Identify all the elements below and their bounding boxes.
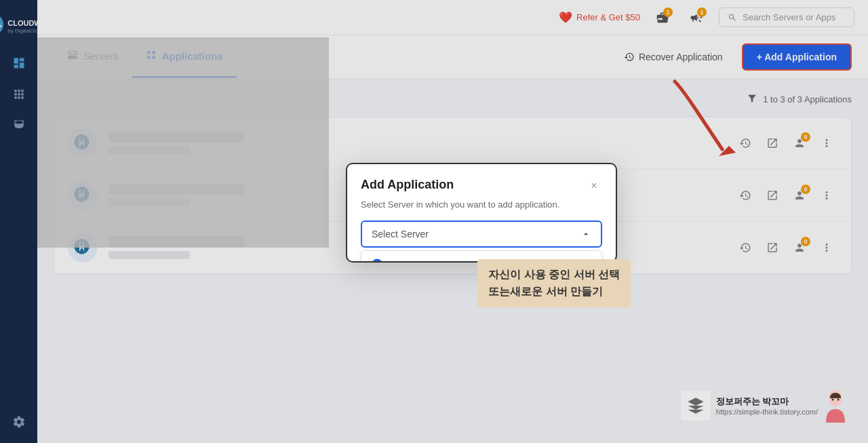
korean-line2: 또는새로운 서버 만들기 — [488, 283, 620, 301]
add-server-label: Add Server — [390, 260, 437, 263]
blog-icon-box — [681, 391, 711, 421]
blog-info: 정보퍼주는 박꼬마 https://simple-think.tistory.c… — [681, 389, 848, 423]
add-server-icon — [371, 258, 383, 263]
modal-close-button[interactable]: × — [586, 178, 602, 194]
blog-icon-row: 정보퍼주는 박꼬마 https://simple-think.tistory.c… — [681, 389, 848, 423]
modal-description: Select Server in which you want to add a… — [347, 199, 616, 220]
modal-body: Select Server Add Server MY SERV — [347, 220, 616, 261]
korean-line1: 자신이 사용 중인 서버 선택 — [488, 266, 620, 284]
add-application-modal: Add Application × Select Server in which… — [346, 163, 617, 263]
blog-name: 정보퍼주는 박꼬마 — [716, 396, 818, 408]
blog-person-avatar — [823, 389, 848, 423]
blog-text-area: 정보퍼주는 박꼬마 https://simple-think.tistory.c… — [716, 396, 818, 416]
blog-url: https://simple-think.tistory.com/ — [716, 408, 818, 416]
select-server-trigger[interactable]: Select Server — [361, 220, 602, 248]
korean-annotation: 자신이 사용 중인 서버 선택 또는새로운 서버 만들기 — [477, 259, 631, 307]
svg-point-7 — [832, 399, 834, 401]
blog-watermark: 정보퍼주는 박꼬마 https://simple-think.tistory.c… — [681, 389, 848, 423]
select-placeholder: Select Server — [372, 229, 429, 239]
server-select-dropdown[interactable]: Select Server Add Server MY SERV — [361, 220, 602, 248]
modal-header: Add Application × — [347, 164, 616, 199]
modal-title: Add Application — [361, 178, 454, 192]
svg-point-8 — [837, 399, 840, 401]
